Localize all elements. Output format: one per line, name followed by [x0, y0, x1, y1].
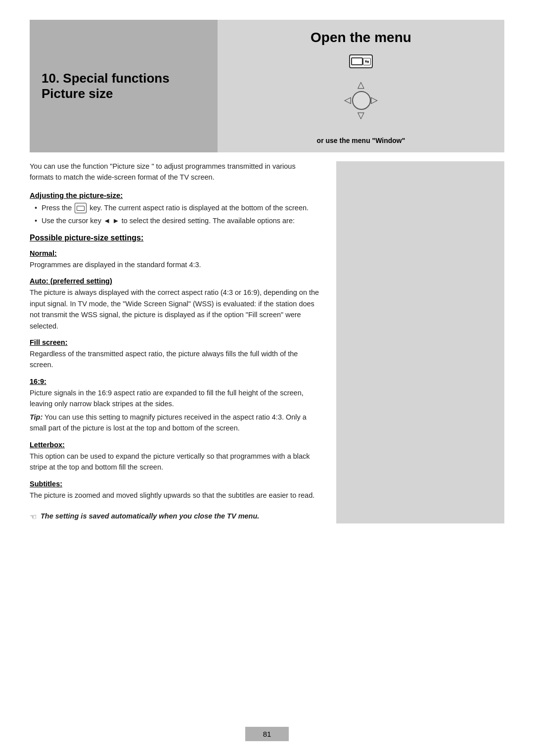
open-menu-title: Open the menu [311, 30, 411, 46]
setting-normal-title: Normal: [30, 249, 321, 257]
setting-16-9-desc: Picture signals in the 16:9 aspect ratio… [30, 387, 321, 410]
key-symbol-icon: ⇆ [363, 58, 371, 65]
tip-content: You can use this setting to magnify pict… [30, 413, 307, 432]
setting-subtitles: Subtitles: The picture is zoomed and mov… [30, 480, 321, 501]
setting-fill-screen-desc: Regardless of the transmitted aspect rat… [30, 348, 321, 371]
setting-16-9-title: 16:9: [30, 378, 321, 385]
corner-br [370, 109, 388, 127]
setting-letterbox-title: Letterbox: [30, 441, 321, 449]
adjusting-bullet-1: Press the key. The current aspect ratio … [35, 202, 321, 214]
arrow-left-icon: ◁ [334, 91, 352, 109]
setting-auto-title: Auto: (preferred setting) [30, 277, 321, 285]
setting-16-9-tip: Tip: You can use this setting to magnify… [30, 412, 321, 434]
corner-tr [370, 73, 388, 91]
left-content: You can use the function "Picture size "… [30, 161, 336, 523]
setting-subtitles-desc: The picture is zoomed and moved slightly… [30, 490, 321, 501]
setting-auto-desc: The picture is always displayed with the… [30, 287, 321, 331]
arrow-center-icon [352, 91, 371, 110]
setting-16-9: 16:9: Picture signals in the 16:9 aspect… [30, 378, 321, 434]
setting-fill-screen: Fill screen: Regardless of the transmitt… [30, 338, 321, 371]
setting-letterbox: Letterbox: This option can be used to ex… [30, 441, 321, 473]
arrow-right-icon: ▷ [370, 91, 388, 109]
arrow-down-icon: ▽ [352, 109, 370, 127]
possible-settings-title: Possible picture-size settings: [30, 234, 321, 242]
final-note: ☜ The setting is saved automatically whe… [30, 511, 321, 523]
arrow-up-icon: △ [352, 73, 370, 91]
open-menu-section: Open the menu ⇆ △ ◁ ▷ ▽ [218, 20, 504, 152]
setting-normal-desc: Programmes are displayed in the standard… [30, 259, 321, 270]
arrow-pad-icon: △ ◁ ▷ ▽ [334, 73, 388, 127]
or-use-menu-label: or use the menu "Window" [317, 137, 405, 144]
adjusting-bullet-2: Use the cursor key ◄ ► to select the des… [35, 215, 321, 226]
final-note-text: The setting is saved automatically when … [41, 511, 259, 521]
remote-control-icon: ⇆ △ ◁ ▷ ▽ [334, 54, 388, 127]
page: 10. Special functions Picture size Open … [0, 0, 534, 756]
setting-auto: Auto: (preferred setting) The picture is… [30, 277, 321, 331]
page-number-bar: 81 [0, 727, 534, 741]
chapter-number: 10. Special functions [42, 71, 206, 86]
adjusting-bullets: Press the key. The current aspect ratio … [35, 202, 321, 227]
main-content: You can use the function "Picture size "… [30, 161, 504, 523]
chapter-heading: 10. Special functions Picture size [30, 20, 218, 152]
corner-bl [334, 109, 352, 127]
top-section: 10. Special functions Picture size Open … [30, 20, 504, 152]
page-number: 81 [245, 727, 289, 741]
setting-letterbox-desc: This option can be used to expand the pi… [30, 451, 321, 473]
picture-size-key-icon: ⇆ [349, 54, 373, 68]
tip-label: Tip: [30, 413, 43, 421]
setting-normal: Normal: Programmes are displayed in the … [30, 249, 321, 270]
intro-text: You can use the function "Picture size "… [30, 161, 321, 183]
corner-tl [334, 73, 352, 91]
adjusting-title: Adjusting the picture-size: [30, 191, 321, 199]
picture-key-inline-icon [75, 203, 87, 213]
finger-icon: ☜ [30, 511, 37, 523]
right-sidebar [336, 161, 504, 523]
adjusting-section: Adjusting the picture-size: Press the ke… [30, 191, 321, 227]
chapter-title: Picture size [42, 86, 206, 101]
setting-subtitles-title: Subtitles: [30, 480, 321, 488]
setting-fill-screen-title: Fill screen: [30, 338, 321, 346]
